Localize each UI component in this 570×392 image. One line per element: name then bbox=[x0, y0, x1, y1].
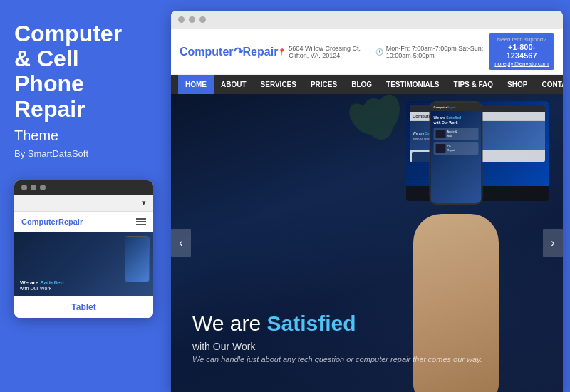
topbar-address: 📍 5604 Willow Crossing Ct, Clifton, VA, … bbox=[278, 45, 375, 59]
phone-card-2: PCRepair bbox=[434, 142, 479, 155]
phone-shape: ComputerRepair We are Satisfiedwith Our … bbox=[430, 101, 483, 205]
hero-next-arrow[interactable]: › bbox=[543, 229, 563, 257]
nav-item-tips-faq[interactable]: TIPS & FAQ bbox=[447, 75, 501, 94]
by-label: By SmartDataSoft bbox=[14, 148, 157, 159]
nav-item-blog[interactable]: BLOG bbox=[344, 75, 379, 94]
logo-cursor-icon: ↷ bbox=[234, 46, 243, 58]
preview-nav: ComputerRepair bbox=[14, 212, 153, 232]
preview-hero-text: We are Satisfied with Our Work bbox=[20, 279, 64, 291]
dot-2 bbox=[31, 185, 36, 190]
browser-dot-1 bbox=[178, 16, 185, 23]
topbar-support: Need tech support? +1-800-1234567 norepl… bbox=[489, 33, 554, 70]
nav-item-about[interactable]: ABOUT bbox=[214, 75, 254, 94]
site-logo: Computer↷Repair bbox=[180, 45, 278, 58]
theme-label: Theme bbox=[14, 128, 157, 144]
left-panel: Computer & Cell Phone Repair Theme By Sm… bbox=[0, 0, 171, 392]
nav-item-prices[interactable]: PRICES bbox=[304, 75, 344, 94]
hero-description: We can handle just about any tech questi… bbox=[192, 355, 542, 363]
preview-card: ▾ ComputerRepair We are Satisfied bbox=[14, 180, 153, 318]
hero-content: We are Satisfied with Our Work We can ha… bbox=[171, 296, 563, 392]
preview-with: with Our Work bbox=[20, 286, 64, 291]
nav-item-testimonials[interactable]: TESTIMONIALS bbox=[379, 75, 446, 94]
preview-dropdown: ▾ bbox=[14, 195, 153, 212]
topbar-hours: 🕐 Mon-Fri: 7:00am-7:00pm Sat-Sun: 10:00a… bbox=[375, 45, 489, 59]
preview-hero: We are Satisfied with Our Work bbox=[14, 232, 153, 296]
nav-item-shop[interactable]: SHOP bbox=[500, 75, 534, 94]
dot-3 bbox=[40, 185, 46, 190]
browser-dot-2 bbox=[189, 16, 195, 23]
browser-mockup: Computer↷Repair 📍 5604 Willow Crossing C… bbox=[171, 11, 563, 392]
main-title: Computer & Cell Phone Repair bbox=[14, 21, 157, 122]
preview-logo: ComputerRepair bbox=[21, 217, 83, 226]
preview-hero-phone bbox=[125, 236, 150, 282]
hero-title: We are Satisfied bbox=[192, 311, 542, 336]
hero-subtitle: with Our Work bbox=[192, 341, 542, 352]
site-nav: HOME ABOUT SERVICES PRICES BLOG TESTIMON… bbox=[171, 75, 563, 94]
browser-chrome bbox=[171, 11, 563, 29]
preview-we-are: We are Satisfied bbox=[20, 279, 64, 286]
clock-icon: 🕐 bbox=[375, 48, 383, 56]
nav-item-contact[interactable]: CONTACT bbox=[534, 75, 563, 94]
browser-dot-3 bbox=[200, 16, 206, 23]
phone-nav: ComputerRepair bbox=[431, 103, 482, 111]
phone-cards: Apple &Mac PCRepair bbox=[434, 128, 479, 155]
phone-card-1: Apple &Mac bbox=[434, 128, 479, 140]
nav-item-home[interactable]: HOME bbox=[178, 75, 214, 94]
phone-hero-content: We are Satisfiedwith Our Work Apple &Mac… bbox=[431, 111, 482, 203]
location-icon: 📍 bbox=[278, 48, 286, 56]
preview-phone-screen bbox=[125, 237, 149, 282]
preview-titlebar bbox=[14, 180, 153, 195]
preview-footer: Tablet bbox=[14, 296, 153, 318]
phone-screen: ComputerRepair We are Satisfiedwith Our … bbox=[431, 103, 482, 203]
nav-item-services[interactable]: SERVICES bbox=[254, 75, 304, 94]
site-hero: ComputerRepair We are Satisfied with Our… bbox=[171, 94, 563, 392]
site-topbar: Computer↷Repair 📍 5604 Willow Crossing C… bbox=[171, 29, 563, 75]
hamburger-icon bbox=[136, 218, 146, 225]
hero-prev-arrow[interactable]: ‹ bbox=[171, 229, 191, 257]
dot-1 bbox=[21, 185, 27, 190]
